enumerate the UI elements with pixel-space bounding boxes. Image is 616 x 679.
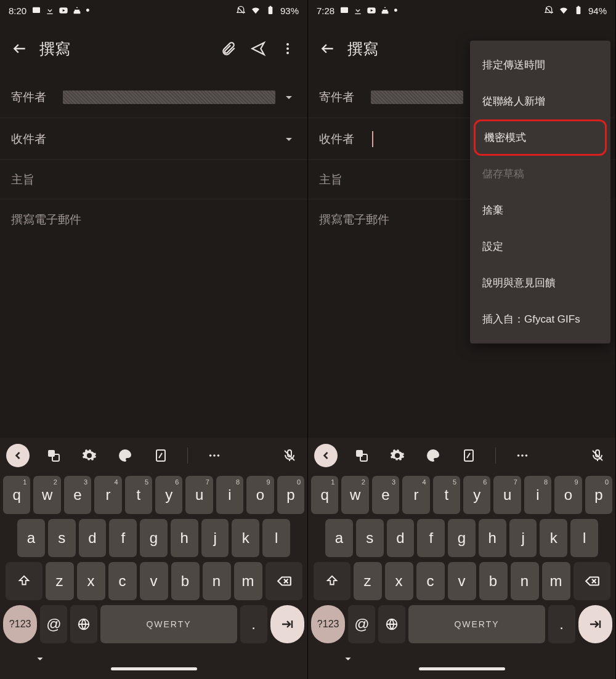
key-language[interactable] (70, 605, 97, 643)
chevron-down-icon[interactable] (33, 652, 47, 665)
key-a[interactable]: a (325, 519, 353, 557)
key-x[interactable]: x (385, 562, 413, 600)
key-v[interactable]: v (448, 562, 476, 600)
menu-item-1[interactable]: 從聯絡人新增 (470, 83, 610, 119)
key-r[interactable]: r4 (94, 476, 121, 514)
key-p[interactable]: p0 (277, 476, 304, 514)
key-period[interactable]: . (240, 605, 267, 643)
key-m[interactable]: m (542, 562, 570, 600)
gesture-pill[interactable] (111, 667, 197, 670)
key-t[interactable]: t5 (433, 476, 460, 514)
key-s[interactable]: s (48, 519, 76, 557)
menu-item-0[interactable]: 排定傳送時間 (470, 47, 610, 83)
key-s[interactable]: s (356, 519, 384, 557)
key-k[interactable]: k (540, 519, 567, 557)
kb-theme-button[interactable] (421, 444, 445, 467)
kb-more-button[interactable] (203, 444, 226, 467)
key-h[interactable]: h (479, 519, 506, 557)
attach-button[interactable] (214, 34, 243, 63)
key-u[interactable]: u7 (185, 476, 213, 514)
key-m[interactable]: m (234, 562, 262, 600)
chevron-down-icon[interactable] (282, 90, 296, 105)
key-g[interactable]: g (448, 519, 476, 557)
kb-translate-button[interactable] (42, 444, 65, 467)
key-g[interactable]: g (140, 519, 168, 557)
key-shift[interactable] (6, 562, 43, 600)
key-l[interactable]: l (262, 519, 290, 557)
key-j[interactable]: j (509, 519, 537, 557)
key-enter[interactable] (270, 605, 304, 643)
menu-item-7[interactable]: 插入自：Gfycat GIFs (470, 301, 610, 337)
key-e[interactable]: e3 (64, 476, 91, 514)
key-y[interactable]: y6 (463, 476, 490, 514)
key-f[interactable]: f (417, 519, 445, 557)
key-t[interactable]: t5 (125, 476, 152, 514)
key-y[interactable]: y6 (155, 476, 182, 514)
key-h[interactable]: h (171, 519, 198, 557)
body-field[interactable]: 撰寫電子郵件 (0, 199, 307, 438)
send-button[interactable] (243, 34, 273, 63)
key-space[interactable]: QWERTY (100, 605, 237, 643)
key-d[interactable]: d (79, 519, 107, 557)
back-button[interactable] (5, 34, 34, 63)
key-f[interactable]: f (109, 519, 137, 557)
key-x[interactable]: x (77, 562, 105, 600)
chevron-down-icon[interactable] (282, 132, 296, 147)
key-n[interactable]: n (203, 562, 231, 600)
key-d[interactable]: d (387, 519, 415, 557)
key-r[interactable]: r4 (402, 476, 429, 514)
kb-back-button[interactable] (6, 444, 30, 467)
to-field[interactable]: 收件者 (0, 118, 307, 160)
key-backspace[interactable] (265, 562, 302, 600)
key-enter[interactable] (578, 605, 612, 643)
key-c[interactable]: c (416, 562, 445, 600)
kb-settings-button[interactable] (78, 444, 101, 467)
key-a[interactable]: a (17, 519, 45, 557)
key-b[interactable]: b (479, 562, 508, 600)
key-b[interactable]: b (171, 562, 200, 600)
menu-item-5[interactable]: 設定 (470, 228, 610, 265)
key-switch-layout[interactable]: ?123 (3, 605, 37, 643)
key-l[interactable]: l (570, 519, 598, 557)
key-z[interactable]: z (354, 562, 382, 600)
kb-theme-button[interactable] (113, 444, 137, 467)
key-e[interactable]: e3 (372, 476, 399, 514)
key-language[interactable] (378, 605, 405, 643)
from-field[interactable]: 寄件者 (0, 76, 307, 118)
back-button[interactable] (313, 34, 342, 63)
key-v[interactable]: v (140, 562, 168, 600)
subject-field[interactable]: 主旨 (0, 160, 307, 199)
kb-mic-off-button[interactable] (586, 444, 609, 467)
kb-clipboard-button[interactable] (457, 444, 480, 467)
key-j[interactable]: j (201, 519, 229, 557)
kb-more-button[interactable] (511, 444, 534, 467)
key-at[interactable]: @ (40, 605, 67, 643)
menu-item-2[interactable]: 機密模式 (474, 119, 607, 156)
overflow-button[interactable] (273, 34, 302, 63)
key-w[interactable]: w2 (33, 476, 60, 514)
key-backspace[interactable] (573, 562, 610, 600)
key-i[interactable]: i8 (524, 476, 551, 514)
key-p[interactable]: p0 (585, 476, 612, 514)
kb-back-button[interactable] (314, 444, 338, 467)
key-at[interactable]: @ (348, 605, 375, 643)
key-n[interactable]: n (511, 562, 539, 600)
key-o[interactable]: o9 (246, 476, 274, 514)
key-period[interactable]: . (548, 605, 575, 643)
key-switch-layout[interactable]: ?123 (311, 605, 345, 643)
key-c[interactable]: c (108, 562, 137, 600)
key-w[interactable]: w2 (341, 476, 368, 514)
key-space[interactable]: QWERTY (408, 605, 545, 643)
kb-settings-button[interactable] (386, 444, 409, 467)
kb-clipboard-button[interactable] (149, 444, 172, 467)
key-k[interactable]: k (232, 519, 259, 557)
gesture-pill[interactable] (419, 667, 505, 670)
key-q[interactable]: q1 (3, 476, 30, 514)
key-u[interactable]: u7 (493, 476, 521, 514)
chevron-down-icon[interactable] (341, 652, 355, 665)
menu-item-6[interactable]: 說明與意見回饋 (470, 265, 610, 301)
menu-item-4[interactable]: 捨棄 (470, 192, 610, 228)
key-o[interactable]: o9 (554, 476, 582, 514)
key-q[interactable]: q1 (311, 476, 338, 514)
key-i[interactable]: i8 (216, 476, 243, 514)
